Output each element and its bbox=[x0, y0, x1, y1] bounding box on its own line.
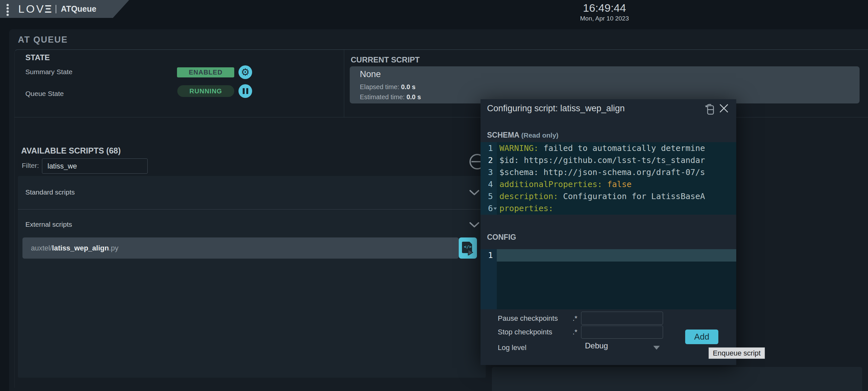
script-launch-icon: </> bbox=[462, 241, 474, 255]
schema-heading: SCHEMA (Read only) bbox=[487, 131, 559, 139]
elapsed-time-label: Elapsed time: bbox=[360, 83, 399, 91]
state-heading: STATE bbox=[25, 53, 50, 62]
close-icon[interactable] bbox=[718, 103, 730, 114]
svg-text:</>: </> bbox=[464, 244, 472, 249]
config-heading: CONFIG bbox=[487, 233, 516, 242]
code-line: 3$schema: http://json-schema.org/draft-0… bbox=[480, 166, 736, 178]
code-line: 5description: Configuration for LatissBa… bbox=[480, 190, 736, 202]
current-script-card: None Elapsed time: 0.0 s Estimated time:… bbox=[350, 66, 860, 103]
chevron-down-icon[interactable] bbox=[469, 222, 479, 228]
brand-e-glyph: Ξ bbox=[44, 3, 52, 15]
filter-label: Filter: bbox=[22, 162, 39, 169]
code-line: 4additionalProperties: false bbox=[480, 178, 736, 190]
menu-icon[interactable] bbox=[6, 4, 9, 16]
stop-checkpoints-input[interactable] bbox=[581, 326, 663, 338]
script-extension: .py bbox=[109, 244, 118, 253]
app-title: ATQueue bbox=[61, 4, 96, 14]
pause-checkpoints-regex: .* bbox=[572, 314, 578, 323]
configure-script-button[interactable]: </> bbox=[459, 237, 477, 259]
pause-checkpoints-label: Pause checkpoints bbox=[498, 314, 558, 323]
code-line: 2$id: https://github.com/lsst-ts/ts_stan… bbox=[480, 154, 736, 166]
elapsed-time-value: 0.0 s bbox=[401, 83, 415, 91]
configure-script-modal: Configuring script: latiss_wep_align SCH… bbox=[480, 99, 736, 365]
clock: 16:49:44 Mon, Apr 10 2023 bbox=[556, 2, 653, 22]
clock-time: 16:49:44 bbox=[556, 2, 653, 14]
script-name: latiss_wep_align bbox=[52, 244, 109, 253]
schema-editor[interactable]: 1WARNING: failed to automatically determ… bbox=[480, 142, 736, 215]
atqueue-screen: LOVΞ ATQueue 16:49:44 Mon, Apr 10 2023 A… bbox=[0, 0, 868, 391]
group-divider bbox=[18, 209, 486, 209]
schema-readonly-note: (Read only) bbox=[521, 131, 558, 139]
log-level-select[interactable]: Debug bbox=[585, 341, 663, 352]
standard-scripts-group[interactable]: Standard scripts bbox=[25, 188, 75, 196]
estimated-time-label: Estimated time: bbox=[360, 93, 405, 100]
scripts-panel: Standard scripts External scripts auxtel… bbox=[18, 176, 486, 378]
page-title: AT QUEUE bbox=[18, 35, 68, 45]
queue-state-label: Queue State bbox=[25, 90, 64, 98]
filter-input[interactable] bbox=[42, 158, 148, 174]
add-button[interactable]: Add bbox=[685, 329, 718, 344]
section-divider bbox=[14, 117, 868, 118]
external-scripts-group[interactable]: External scripts bbox=[25, 221, 72, 228]
app-header: LOVΞ ATQueue bbox=[0, 0, 129, 18]
script-list-item[interactable]: auxtel/latiss_wep_align.py bbox=[23, 237, 459, 259]
enqueue-script-tooltip: Enqueue script bbox=[709, 348, 765, 359]
brand-text: LOV bbox=[18, 3, 45, 15]
code-line: 1 bbox=[480, 249, 736, 262]
fold-caret-icon[interactable] bbox=[494, 207, 497, 210]
queue-panel bbox=[492, 367, 862, 391]
elapsed-time: Elapsed time: 0.0 s bbox=[360, 83, 415, 91]
summary-state-badge: ENABLED bbox=[177, 67, 234, 77]
stop-checkpoints-label: Stop checkpoints bbox=[498, 328, 552, 336]
estimated-time: Estimated time: 0.0 s bbox=[360, 93, 421, 101]
queue-state-badge: RUNNING bbox=[177, 85, 234, 97]
code-line: 6properties: bbox=[480, 202, 736, 215]
gear-icon: ⚙ bbox=[241, 67, 250, 77]
stop-checkpoints-regex: .* bbox=[572, 328, 578, 336]
love-logo: LOVΞ ATQueue bbox=[18, 0, 96, 18]
modal-title: Configuring script: latiss_wep_align bbox=[487, 103, 625, 113]
schema-heading-text: SCHEMA bbox=[487, 131, 519, 139]
available-scripts-heading: AVAILABLE SCRIPTS (68) bbox=[21, 146, 121, 156]
code-line: 1WARNING: failed to automatically determ… bbox=[480, 142, 736, 154]
pause-queue-button[interactable] bbox=[239, 84, 252, 98]
pause-icon bbox=[243, 88, 248, 94]
pause-checkpoints-input[interactable] bbox=[581, 312, 663, 325]
chevron-down-icon[interactable] bbox=[469, 190, 479, 195]
config-editor[interactable]: 1 bbox=[480, 249, 736, 309]
script-path-prefix: auxtel/ bbox=[31, 244, 52, 253]
summary-state-label: Summary State bbox=[25, 68, 72, 76]
column-divider bbox=[344, 50, 344, 117]
clock-date: Mon, Apr 10 2023 bbox=[556, 15, 653, 22]
log-level-label: Log level bbox=[498, 344, 526, 352]
current-script-heading: CURRENT SCRIPT bbox=[351, 55, 420, 64]
brand-separator bbox=[56, 5, 56, 13]
estimated-time-value: 0.0 s bbox=[406, 93, 421, 100]
rotate-layout-icon[interactable] bbox=[704, 103, 716, 115]
current-script-name: None bbox=[360, 69, 381, 79]
summary-state-config-button[interactable]: ⚙ bbox=[239, 65, 252, 79]
select-caret-icon[interactable] bbox=[653, 346, 660, 350]
